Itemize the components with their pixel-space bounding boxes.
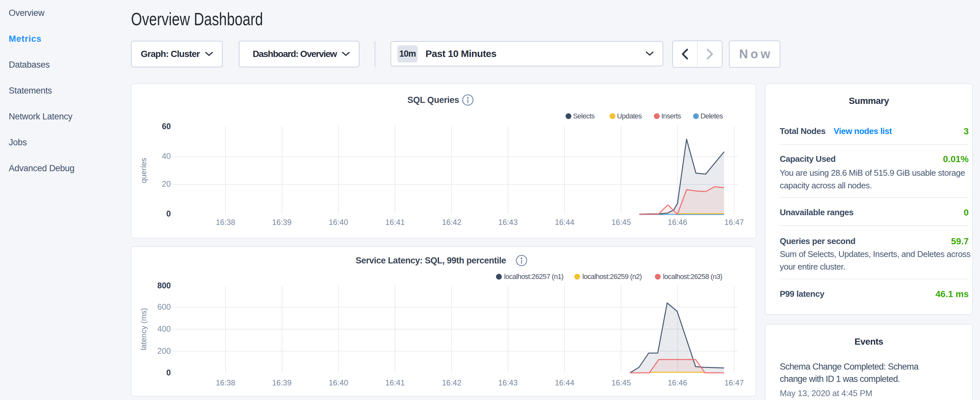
svg-text:16:42: 16:42 [442,378,461,387]
svg-text:16:42: 16:42 [442,218,461,226]
svg-text:40: 40 [162,151,171,161]
svg-text:16:47: 16:47 [724,218,744,226]
svg-text:queries: queries [139,158,148,183]
svg-text:16:43: 16:43 [498,218,518,226]
svg-text:localhost:26258 (n3): localhost:26258 (n3) [663,273,722,280]
svg-text:16:39: 16:39 [272,218,291,226]
svg-text:16:46: 16:46 [668,378,687,387]
svg-text:60: 60 [162,122,171,131]
svg-text:600: 600 [157,302,171,311]
svg-text:16:45: 16:45 [611,378,631,387]
svg-text:16:44: 16:44 [555,378,574,387]
svg-text:0: 0 [166,368,171,377]
svg-text:200: 200 [157,346,171,355]
svg-text:Service Latency: SQL, 99th per: Service Latency: SQL, 99th percentile [356,256,506,265]
svg-text:Updates: Updates [617,112,642,120]
svg-text:400: 400 [157,324,171,333]
svg-text:16:41: 16:41 [385,378,405,387]
svg-text:16:43: 16:43 [498,378,518,387]
svg-text:Deletes: Deletes [700,112,723,120]
svg-text:0: 0 [166,209,171,218]
svg-text:16:40: 16:40 [329,378,348,387]
svg-text:Inserts: Inserts [661,112,681,120]
svg-text:16:41: 16:41 [385,218,405,226]
svg-text:16:46: 16:46 [668,218,687,226]
svg-text:16:38: 16:38 [216,378,235,387]
svg-text:localhost:26257 (n1): localhost:26257 (n1) [504,273,563,280]
svg-text:latency (ms): latency (ms) [139,308,148,351]
svg-text:16:39: 16:39 [272,378,291,387]
svg-text:localhost:26259 (n2): localhost:26259 (n2) [582,273,641,280]
svg-text:800: 800 [157,281,171,290]
svg-text:16:47: 16:47 [724,378,744,387]
svg-text:16:45: 16:45 [611,218,631,226]
svg-text:16:40: 16:40 [329,218,348,226]
svg-text:Selects: Selects [573,112,595,120]
svg-text:16:38: 16:38 [216,218,235,226]
svg-text:20: 20 [162,179,171,188]
svg-text:SQL Queries: SQL Queries [407,95,459,105]
svg-text:16:44: 16:44 [555,218,574,226]
